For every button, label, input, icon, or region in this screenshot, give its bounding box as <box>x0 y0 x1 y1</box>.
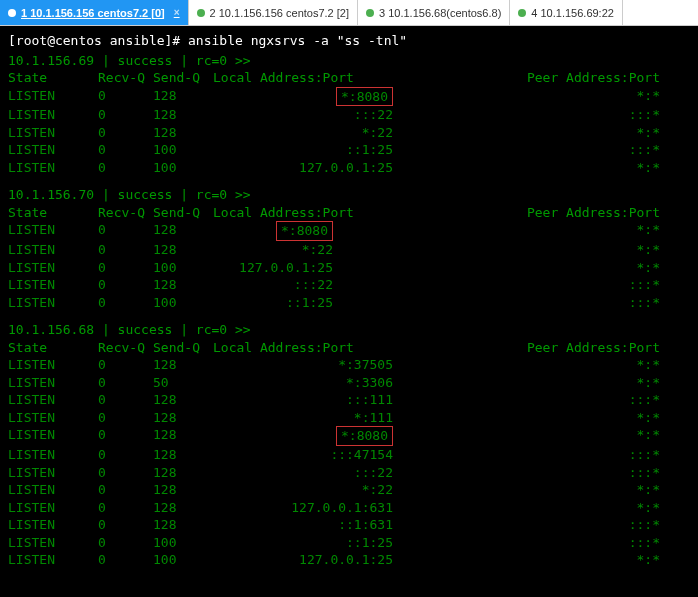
cell-local: 127.0.0.1:25 <box>213 551 443 569</box>
cell-peer: *:* <box>443 499 690 517</box>
cell-state: LISTEN <box>8 141 98 159</box>
column-header: StateRecv-QSend-QLocal Address:PortPeer … <box>8 69 690 87</box>
cell-sendq: 128 <box>153 391 213 409</box>
cell-sendq: 128 <box>153 241 213 259</box>
cell-state: LISTEN <box>8 534 98 552</box>
table-row: LISTEN050*:3306*:* <box>8 374 690 392</box>
cell-recvq: 0 <box>98 426 153 446</box>
cell-peer: *:* <box>363 259 690 277</box>
table-row: LISTEN0128*:111*:* <box>8 409 690 427</box>
cell-local: *:37505 <box>213 356 443 374</box>
connection-status-icon <box>518 9 526 17</box>
cell-state: LISTEN <box>8 221 98 241</box>
cell-recvq: 0 <box>98 409 153 427</box>
cell-state: LISTEN <box>8 124 98 142</box>
cell-local: ::1:631 <box>213 516 443 534</box>
cell-state: LISTEN <box>8 464 98 482</box>
cell-sendq: 100 <box>153 141 213 159</box>
host-header: 10.1.156.69 | success | rc=0 >> <box>8 52 690 70</box>
cell-local: ::1:25 <box>213 294 363 312</box>
cell-sendq: 128 <box>153 87 213 107</box>
host-section: 10.1.156.70 | success | rc=0 >>StateRecv… <box>8 186 690 311</box>
cell-sendq: 128 <box>153 481 213 499</box>
cell-state: LISTEN <box>8 374 98 392</box>
close-icon[interactable]: × <box>174 7 180 18</box>
cell-peer: *:* <box>443 87 690 107</box>
cell-sendq: 100 <box>153 259 213 277</box>
col-recvq: Recv-Q <box>98 339 153 357</box>
cell-peer: *:* <box>443 426 690 446</box>
cell-local: *:22 <box>213 241 363 259</box>
cell-state: LISTEN <box>8 409 98 427</box>
cell-sendq: 128 <box>153 356 213 374</box>
tab-0[interactable]: 1 10.1.156.156 centos7.2 [0]× <box>0 0 189 25</box>
cell-local: *:22 <box>213 124 443 142</box>
col-recvq: Recv-Q <box>98 204 153 222</box>
tab-1[interactable]: 2 10.1.156.156 centos7.2 [2] <box>189 0 358 25</box>
tab-label: 1 10.1.156.156 centos7.2 [0] <box>21 7 165 19</box>
cell-sendq: 128 <box>153 516 213 534</box>
table-row: LISTEN0100127.0.0.1:25*:* <box>8 259 690 277</box>
col-sendq: Send-Q <box>153 204 213 222</box>
cell-sendq: 128 <box>153 221 213 241</box>
cell-state: LISTEN <box>8 159 98 177</box>
tab-2[interactable]: 3 10.1.156.68(centos6.8) <box>358 0 510 25</box>
cell-recvq: 0 <box>98 124 153 142</box>
host-section: 10.1.156.68 | success | rc=0 >>StateRecv… <box>8 321 690 569</box>
col-local: Local Address:Port <box>213 69 443 87</box>
highlight-box: *:8080 <box>336 426 393 446</box>
tab-bar: 1 10.1.156.156 centos7.2 [0]×2 10.1.156.… <box>0 0 698 26</box>
cell-recvq: 0 <box>98 391 153 409</box>
cell-local: ::1:25 <box>213 141 443 159</box>
cell-sendq: 100 <box>153 294 213 312</box>
cell-state: LISTEN <box>8 106 98 124</box>
cell-sendq: 128 <box>153 124 213 142</box>
cell-recvq: 0 <box>98 106 153 124</box>
table-row: LISTEN0128:::47154:::* <box>8 446 690 464</box>
cell-recvq: 0 <box>98 276 153 294</box>
table-row: LISTEN0100127.0.0.1:25*:* <box>8 551 690 569</box>
tab-label: 4 10.1.156.69:22 <box>531 7 614 19</box>
cell-local: :::22 <box>213 464 443 482</box>
cell-peer: *:* <box>443 159 690 177</box>
table-row: LISTEN0100::1:25:::* <box>8 294 690 312</box>
col-state: State <box>8 339 98 357</box>
cell-peer: :::* <box>443 464 690 482</box>
table-row: LISTEN0100127.0.0.1:25*:* <box>8 159 690 177</box>
tab-label: 2 10.1.156.156 centos7.2 [2] <box>210 7 349 19</box>
connection-status-icon <box>197 9 205 17</box>
cell-state: LISTEN <box>8 87 98 107</box>
cell-recvq: 0 <box>98 551 153 569</box>
cell-state: LISTEN <box>8 356 98 374</box>
cell-peer: *:* <box>443 124 690 142</box>
column-header: StateRecv-QSend-QLocal Address:PortPeer … <box>8 204 690 222</box>
cell-sendq: 50 <box>153 374 213 392</box>
terminal-output: [root@centos ansible]# ansible ngxsrvs -… <box>0 26 698 585</box>
table-row: LISTEN0128:::22:::* <box>8 464 690 482</box>
cell-state: LISTEN <box>8 446 98 464</box>
tab-3[interactable]: 4 10.1.156.69:22 <box>510 0 623 25</box>
cell-recvq: 0 <box>98 516 153 534</box>
cell-recvq: 0 <box>98 356 153 374</box>
cell-peer: *:* <box>443 551 690 569</box>
cell-sendq: 128 <box>153 446 213 464</box>
connection-status-icon <box>8 9 16 17</box>
table-row: LISTEN0128:::22:::* <box>8 276 690 294</box>
cell-local: *:8080 <box>213 426 443 446</box>
col-sendq: Send-Q <box>153 339 213 357</box>
table-row: LISTEN0128127.0.0.1:631*:* <box>8 499 690 517</box>
prompt-line: [root@centos ansible]# ansible ngxsrvs -… <box>8 32 690 50</box>
cell-state: LISTEN <box>8 426 98 446</box>
cell-sendq: 100 <box>153 534 213 552</box>
cell-peer: :::* <box>443 141 690 159</box>
table-row: LISTEN0128*:8080*:* <box>8 221 690 241</box>
cell-local: *:8080 <box>213 221 363 241</box>
cell-local: *:111 <box>213 409 443 427</box>
cell-local: ::1:25 <box>213 534 443 552</box>
table-row: LISTEN0128:::22:::* <box>8 106 690 124</box>
table-row: LISTEN0128::1:631:::* <box>8 516 690 534</box>
tab-label: 3 10.1.156.68(centos6.8) <box>379 7 501 19</box>
cell-sendq: 128 <box>153 499 213 517</box>
table-row: LISTEN0128*:8080*:* <box>8 426 690 446</box>
table-row: LISTEN0100::1:25:::* <box>8 141 690 159</box>
